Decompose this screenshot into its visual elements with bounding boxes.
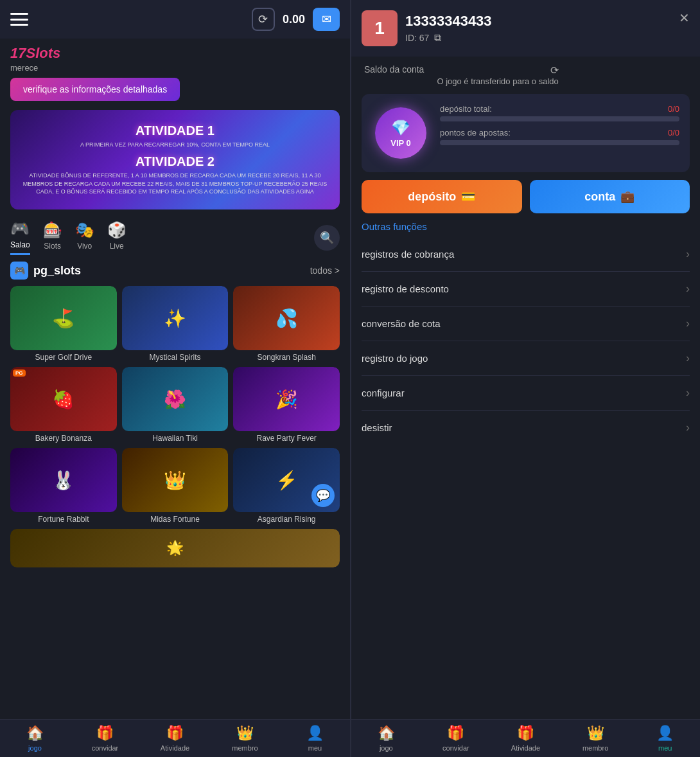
desistir-chevron-icon: › [686,421,690,434]
bet-points-value: 0/0 [668,128,679,138]
game-thumb-songkran: 💦 [233,286,340,350]
game-card-hawaiian[interactable]: 🌺 Hawaiian Tiki [122,367,229,443]
convidar-nav-label: convidar [92,744,119,752]
user-avatar: 1 [362,10,398,46]
function-cobranca[interactable]: registros de cobrança › [362,237,690,272]
live-label: Live [110,242,124,251]
function-registro-jogo[interactable]: registro do jogo › [362,341,690,376]
function-desistir[interactable]: desistir › [362,411,690,445]
tab-slots[interactable]: 🎰 Slots [43,221,62,254]
tab-live[interactable]: 🎲 Live [107,221,127,254]
right-panel: 1 13333343433 ID: 67 ⧉ ✕ Saldo da conta … [350,0,700,757]
registro-jogo-label: registro do jogo [362,353,686,364]
balance-refresh-icon[interactable]: ⟳ [550,64,559,76]
right-nav-jogo[interactable]: 🏠 jogo [351,725,421,752]
user-id-row: ID: 67 ⧉ [405,32,671,44]
desconto-label: registro de desconto [362,283,686,294]
registro-jogo-chevron-icon: › [686,352,690,365]
all-games-button[interactable]: todos > [310,265,340,276]
right-nav-atividade[interactable]: 🎁 Atividade [491,725,561,752]
game-thumb-mystical: ✨ [122,286,229,350]
search-button[interactable]: 🔍 [314,225,340,251]
slots-icon: 🎰 [43,221,62,239]
game-card-midas[interactable]: 👑 Midas Fortune [122,448,229,524]
deposit-total-value: 0/0 [668,104,679,114]
bet-progress-row: pontos de apostas: 0/0 [440,128,679,145]
games-grid: ⛳ Super Golf Drive ✨ Mystical Spirits 💦 … [10,286,340,524]
right-jogo-label: jogo [380,744,393,752]
right-nav-membro[interactable]: 👑 membro [561,725,631,752]
vip-badge-inner: 💎 VIP 0 [375,107,426,159]
menu-button[interactable] [10,13,28,26]
salao-icon: 🎮 [10,220,30,238]
provider-title: pg_slots [33,264,81,278]
provider-icon: 🎮 [10,262,28,280]
account-button[interactable]: conta 💼 [530,180,690,213]
balance-display: 0.00 [283,13,305,26]
category-nav: 🎮 Salao 🎰 Slots 🎭 Vivo 🎲 Live 🔍 [0,215,350,255]
cobranca-chevron-icon: › [686,247,690,261]
close-panel-button[interactable]: ✕ [679,10,690,26]
game-card-songkran[interactable]: 💦 Songkran Splash [233,286,340,362]
right-meu-icon: 👤 [656,725,674,742]
game-card-rave[interactable]: 🎉 Rave Party Fever [233,367,340,443]
promo-detail-button[interactable]: verifique as informações detalhadas [10,78,180,101]
vip-badge: 💎 VIP 0 [372,104,430,162]
message-button[interactable]: ✉ [313,8,340,31]
deposit-label: depósito [408,190,456,204]
chat-bubble-icon[interactable]: 💬 [311,484,335,507]
bottom-nav-membro[interactable]: 👑 membro [210,725,280,752]
tab-salao[interactable]: 🎮 Salao [10,220,30,255]
game-card-super-golf[interactable]: ⛳ Super Golf Drive [10,286,117,362]
salao-label: Salao [10,240,30,249]
cota-chevron-icon: › [686,317,690,330]
reload-button[interactable]: ⟳ [252,8,275,31]
game-card-bakery[interactable]: PG 🍓 Bakery Bonanza [10,367,117,443]
membro-nav-label: membro [232,744,258,752]
function-configurar[interactable]: configurar › [362,376,690,411]
banner-activity2-text: ATIVIDADE BÔNUS DE REFERENTE, 1 A 10 MEM… [21,172,329,196]
right-atividade-label: Atividade [511,744,540,752]
partial-game-card[interactable]: 🌟 [10,529,340,567]
function-desconto[interactable]: registro de desconto › [362,272,690,307]
game-thumb-bakery: PG 🍓 [10,367,117,431]
search-icon: 🔍 [320,231,334,245]
deposit-progress-row: depósito total: 0/0 [440,104,679,121]
game-card-fortune[interactable]: 🐰 Fortune Rabbit [10,448,117,524]
other-functions-section: Outras funções registros de cobrança › r… [351,221,700,719]
banner-activity1-text: A PRIMEIRA VEZ PARA RECARREGAR 10%, CONT… [21,141,329,149]
game-card-asgard[interactable]: ⚡ 💬 Asgardian Rising [233,448,340,524]
right-meu-label: meu [658,744,672,752]
vivo-label: Vivo [77,242,92,251]
deposit-progress-bar [440,116,679,121]
bottom-nav-meu[interactable]: 👤 meu [280,725,350,752]
message-icon: ✉ [322,12,331,26]
membro-nav-icon: 👑 [236,725,254,742]
cobranca-label: registros de cobrança [362,249,686,260]
bottom-nav-atividade[interactable]: 🎁 Atividade [140,725,210,752]
function-cota[interactable]: conversão de cota › [362,307,690,341]
vip-section: 💎 VIP 0 depósito total: 0/0 pontos de ap… [362,94,690,172]
bottom-nav-convidar[interactable]: 🎁 convidar [70,725,140,752]
slots-label: Slots [44,242,61,251]
game-card-mystical[interactable]: ✨ Mystical Spirits [122,286,229,362]
game-label-midas: Midas Fortune [122,515,229,524]
atividade-nav-label: Atividade [161,744,189,752]
tab-vivo[interactable]: 🎭 Vivo [75,221,94,254]
vivo-icon: 🎭 [75,221,94,239]
right-nav-meu[interactable]: 👤 meu [630,725,700,752]
right-nav-convidar[interactable]: 🎁 convidar [421,725,491,752]
meu-nav-icon: 👤 [306,725,324,742]
deposit-button[interactable]: depósito 💳 [362,180,522,213]
atividade-nav-icon: 🎁 [166,725,184,742]
game-label-mystical: Mystical Spirits [122,353,229,362]
right-atividade-icon: 🎁 [517,725,534,742]
user-profile-header: 1 13333343433 ID: 67 ⧉ ✕ [351,0,700,57]
promo-section: 17Slots merece verifique as informações … [0,39,350,105]
bet-points-label: pontos de apostas: [440,128,511,138]
desistir-label: desistir [362,422,686,433]
game-transfer-section: ⟳ O jogo é transferido para o saldo [437,64,558,86]
game-thumb-fortune: 🐰 [10,448,117,512]
copy-id-button[interactable]: ⧉ [434,32,441,44]
bottom-nav-jogo[interactable]: 🏠 jogo [0,725,70,752]
